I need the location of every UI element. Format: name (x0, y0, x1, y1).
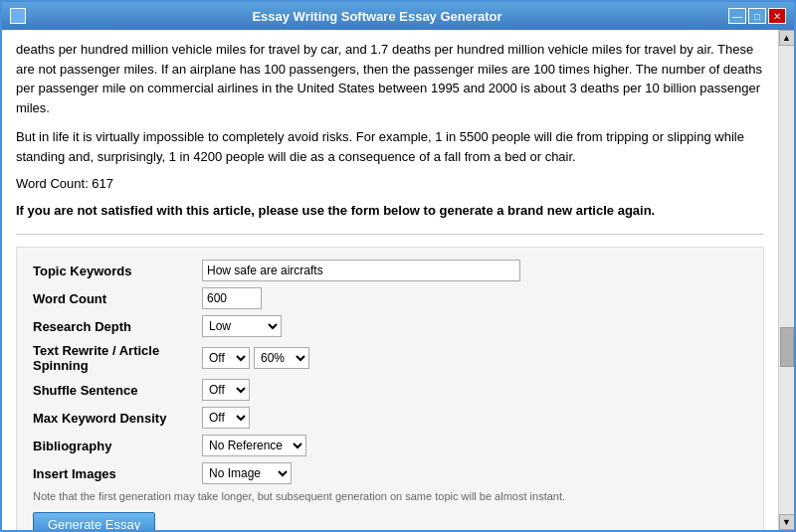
regenerate-notice: If you are not satisfied with this artic… (16, 203, 764, 218)
note-text: Note that the first generation may take … (33, 490, 747, 502)
word-count-input[interactable] (202, 287, 262, 309)
research-depth-select[interactable]: Low Medium High (202, 315, 282, 337)
insert-images-select[interactable]: No Image Image (202, 462, 292, 484)
research-depth-label: Research Depth (33, 319, 202, 334)
max-keyword-label: Max Keyword Density (33, 411, 202, 426)
vertical-scrollbar: ▲ ▼ (778, 30, 794, 530)
text-rewrite-row: Text Rewrite / Article Spinning Off On 6… (33, 343, 747, 373)
close-button[interactable]: ✕ (768, 8, 786, 24)
scroll-thumb[interactable] (780, 327, 794, 367)
insert-images-label: Insert Images (33, 466, 202, 481)
main-window: Essay Writing Software Essay Generator —… (0, 0, 796, 532)
bibliography-select[interactable]: No Reference Reference (202, 435, 306, 456)
window-icon (10, 8, 26, 24)
main-content: deaths per hundred million vehicle miles… (2, 30, 778, 530)
shuffle-sentence-row: Shuffle Sentence Off On (33, 379, 747, 401)
word-count-row: Word Count (33, 287, 747, 309)
word-count-display: Word Count: 617 (16, 176, 764, 191)
section-divider (16, 234, 764, 235)
bibliography-row: Bibliography No Reference Reference (33, 435, 747, 456)
topic-keywords-row: Topic Keywords (33, 260, 747, 281)
scroll-track[interactable] (779, 46, 794, 514)
text-rewrite-controls: Off On 60% 70% 80% 90% (202, 347, 309, 369)
scroll-down-arrow[interactable]: ▼ (779, 514, 795, 530)
text-rewrite-label: Text Rewrite / Article Spinning (33, 343, 202, 373)
maximize-button[interactable]: □ (748, 8, 766, 24)
word-count-label: Word Count (33, 291, 202, 306)
text-rewrite-select[interactable]: Off On (202, 347, 250, 369)
form-section: Topic Keywords Word Count Research Depth… (16, 247, 764, 530)
topic-keywords-input[interactable] (202, 260, 520, 281)
generate-essay-button[interactable]: Generate Essay (33, 512, 155, 530)
window-title: Essay Writing Software Essay Generator (26, 9, 728, 24)
topic-keywords-label: Topic Keywords (33, 264, 202, 278)
max-keyword-select[interactable]: Off On (202, 407, 250, 429)
article-paragraph-2: But in life it is virtually impossible t… (16, 127, 764, 166)
title-bar: Essay Writing Software Essay Generator —… (2, 2, 794, 30)
shuffle-sentence-label: Shuffle Sentence (33, 383, 202, 398)
max-keyword-row: Max Keyword Density Off On (33, 407, 747, 429)
shuffle-sentence-select[interactable]: Off On (202, 379, 250, 401)
bibliography-label: Bibliography (33, 439, 202, 453)
minimize-button[interactable]: — (728, 8, 746, 24)
article-paragraph-1: deaths per hundred million vehicle miles… (16, 40, 764, 117)
content-area: deaths per hundred million vehicle miles… (2, 30, 794, 530)
research-depth-row: Research Depth Low Medium High (33, 315, 747, 337)
window-controls: — □ ✕ (728, 8, 786, 24)
insert-images-row: Insert Images No Image Image (33, 462, 747, 484)
scroll-up-arrow[interactable]: ▲ (779, 30, 795, 46)
text-rewrite-pct-select[interactable]: 60% 70% 80% 90% (254, 347, 309, 369)
